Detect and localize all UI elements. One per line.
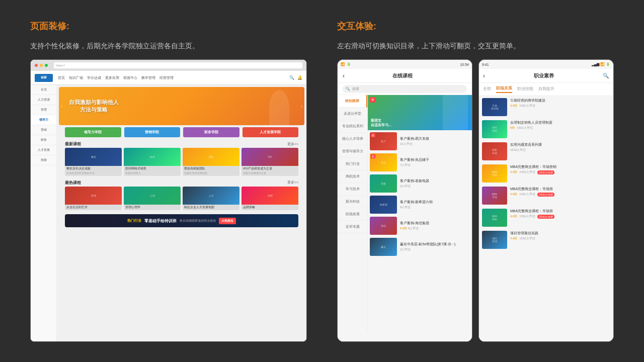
pl-thumb-5: 海信 <box>370 217 397 235</box>
pr-info-4: MBA完整商业课程：市场营销 4.8分 1532人学过 200积分免费 <box>510 164 610 174</box>
menu-profession[interactable]: 专业岗位系列 <box>338 120 367 133</box>
pl-course-row-1[interactable]: 新 客户 客户案例-易方东坡 10人学过 <box>370 132 470 150</box>
pl-course-row-4[interactable]: 新希望 客户案例-新希望六和 8人学过 <box>370 196 470 214</box>
pr-thumb-5: MBA市场 <box>482 187 507 205</box>
pl-title-5: 客户案例-海信集团 <box>400 221 470 225</box>
phone-left-search[interactable]: 🔍 搜索 <box>343 85 467 93</box>
bottom-banner-text: 零基础手绘特训班 <box>144 218 177 224</box>
pr-back-btn[interactable]: ‹ <box>483 72 485 79</box>
cat-talent[interactable]: 人才发展学院 <box>243 127 299 137</box>
pl-thumb-label-2: 新 <box>371 154 375 158</box>
pr-tab-self[interactable]: 自我提升 <box>538 86 554 93</box>
pl-students-6: 2人学过 <box>400 248 411 251</box>
pl-students-1: 10人学过 <box>400 142 413 145</box>
course-item-3[interactable]: 团队 塑造高绩效团队 实践性·联系实践经验 <box>183 148 239 175</box>
cat-marketing[interactable]: 营销学院 <box>124 127 181 137</box>
pr-course-row-3[interactable]: 销售实战 实用沟通英语系列课 1632人学过 <box>482 142 610 160</box>
hot-item-3[interactable]: 人才 制定企业人才发展地图 <box>183 187 239 211</box>
course-item-2[interactable]: 医药 医药网络式销售 实战式·联系人 <box>124 148 181 175</box>
menu-talent[interactable]: 核心人才培养 <box>338 133 367 145</box>
pl-title-4: 客户案例-新希望六和 <box>400 200 470 204</box>
pl-course-row-3[interactable]: 老板 客户案例-老板电器 9人学过 <box>370 174 470 193</box>
nav-item-ops[interactable]: 经营管理 <box>159 75 174 80</box>
pr-course-row-2[interactable]: PPT课程 合理制定销售人员管理制度 6分 1632人学过 <box>482 120 610 138</box>
pr-title-3: 实用沟通英语系列课 <box>510 142 610 147</box>
pr-course-row-7[interactable]: 项目管理 项目管理最佳实践 4.8分 1532人学过 <box>482 231 610 249</box>
bc-cat-finance[interactable]: 财务 <box>31 135 56 145</box>
hot-item-2[interactable]: 心理 管理心理学 <box>124 187 181 211</box>
bottom-banner-sub: 教你画哦嗯曹漫画商业插画 <box>180 219 216 223</box>
pl-img-5: 海信 <box>370 217 397 235</box>
latest-more-link[interactable]: 更多>> <box>287 142 298 147</box>
pr-tab-workplace[interactable]: 职场关系 <box>496 85 512 93</box>
browser-main-area: 自我激励与影响他人 方法与策略 ‹ › 领导力学院 营销学院 财务学院 <box>57 85 306 341</box>
nav-item-more[interactable]: 更多应用 <box>105 75 119 80</box>
pl-students-5: 6人学过 <box>408 227 419 230</box>
pr-course-row-6[interactable]: MBA课程 MBA完整商业课程：市场营 4.8分 1532人学过 200积分免费 <box>482 209 610 227</box>
banner-figure <box>269 90 289 125</box>
bell-icon[interactable]: 🔔 <box>297 75 302 80</box>
nav-item-knowledge[interactable]: 知识广场 <box>69 75 83 80</box>
nav-item-credit[interactable]: 学分达成 <box>87 75 101 80</box>
bottom-banner[interactable]: 热门行业 零基础手绘特训班 教你画哦嗯曹漫画商业插画 火热报名 <box>65 214 298 227</box>
hot-item-4[interactable]: 品牌 品牌策略 <box>242 187 298 211</box>
banner-prev[interactable]: ‹ <box>61 104 62 109</box>
pl-title-2: 客户案例-良品辅子 <box>400 157 470 162</box>
hot-thumb-4: 品牌 <box>242 187 298 205</box>
pl-thumb-4: 新希望 <box>370 196 397 214</box>
browser-url[interactable]: https:// <box>54 62 302 68</box>
hot-more-link[interactable]: 更多>> <box>287 180 298 185</box>
pr-search-icon[interactable]: 🔍 <box>602 72 609 79</box>
pl-course-row-2[interactable]: 新 良品 客户案例-良品辅子 7人学过 <box>370 153 470 171</box>
pr-img-4: MBA营销 <box>482 164 507 183</box>
pr-tab-skill[interactable]: 职业技能 <box>517 86 533 93</box>
phone-left-back[interactable]: ‹ <box>343 72 345 79</box>
cat-finance[interactable]: 财务学院 <box>183 127 239 137</box>
menu-featured[interactable]: 特别推荐 <box>338 95 367 108</box>
pr-course-row-5[interactable]: MBA市场 MBA完整商业课程：市场营 4.8分 1532人学过 200积分免费 <box>482 187 610 205</box>
phone-left-menu: 特别推荐 走进云学堂 专业岗位系列 核心人才培养 管理与领导力 热门行业 商机技… <box>338 95 368 332</box>
bc-cat-skill[interactable]: 技能 <box>31 155 56 165</box>
right-section-title: 交互体验: <box>337 20 614 32</box>
wifi-icon: 📶 <box>600 62 605 66</box>
menu-leadership[interactable]: 管理与领导力 <box>338 145 367 158</box>
search-icon[interactable]: 🔍 <box>289 75 294 80</box>
course-meta-1: 从业生活到艺术类技术·术 <box>66 171 120 175</box>
pr-thumb-6: MBA课程 <box>482 209 507 227</box>
hot-item-1[interactable]: 管理 从业生活到艺术 <box>65 187 122 211</box>
bc-cat-talent[interactable]: 人才发展 <box>31 145 56 155</box>
menu-emerging[interactable]: 新兴科技 <box>338 196 367 208</box>
menu-cloud[interactable]: 走进云学堂 <box>338 108 367 120</box>
pr-course-row-4[interactable]: MBA营销 MBA完整商业课程：市场营销 4.8分 1532人学过 200积分免… <box>482 164 610 183</box>
pl-course-row-5[interactable]: 海信 客户案例-海信集团 5.0分 6人学过 <box>370 217 470 235</box>
bc-cat-manage[interactable]: 管理 <box>31 105 56 115</box>
pl-course-row-6[interactable]: 赢在 赢在中高层-标5e带团队(第7课·共···) 2人学过 <box>370 238 470 256</box>
pr-course-row-1[interactable]: 引领商学院 引领经营的商学院建设 3.5分 1632人学过 <box>482 98 610 116</box>
bottom-banner-badge[interactable]: 火热报名 <box>219 218 236 224</box>
phone-right-content: ‹ 职业素养 🔍 全部 职场关系 职业技能 自我提升 引领商学院 <box>479 69 613 341</box>
latest-courses-title: 最新课程 <box>65 141 81 147</box>
pl-students-4: 8人学过 <box>400 206 411 209</box>
bc-cat-marketing[interactable]: 营销 <box>31 125 56 135</box>
nav-item-center[interactable]: 前面中心 <box>123 75 137 80</box>
menu-biz[interactable]: 商机技术 <box>338 170 367 183</box>
bc-cat-all[interactable]: 全员 <box>31 85 56 95</box>
course-item-1[interactable]: 餐饮 餐饮店长决定成败 从业生活到艺术类技术·术 <box>65 148 122 175</box>
phone-featured-banner[interactable]: 新 新团支 自适应学习... <box>368 95 472 130</box>
nav-item-teaching[interactable]: 教学管理 <box>141 75 155 80</box>
course-img-4: IPD <box>242 148 298 166</box>
course-item-4[interactable]: IPD IPD产品研发成为之道 实践式·实践成为之道 <box>242 148 298 175</box>
menu-topic[interactable]: 近邻专题 <box>338 221 367 233</box>
bc-cat-leadership[interactable]: 领导力 <box>31 115 56 125</box>
pr-tab-all[interactable]: 全部 <box>483 86 491 93</box>
hot-info-3: 制定企业人才发展地图 <box>183 205 239 211</box>
nav-item-home[interactable]: 首页 <box>58 75 65 80</box>
menu-career[interactable]: 职场发展 <box>338 208 367 221</box>
banner-next[interactable]: › <box>301 104 302 109</box>
pl-info-3: 客户案例-老板电器 9人学过 <box>400 178 470 189</box>
bc-cat-people[interactable]: 人力资源 <box>31 95 56 105</box>
cat-leadership[interactable]: 领导力学院 <box>65 127 121 137</box>
pl-title-1: 客户案例-易方东坡 <box>400 136 470 141</box>
menu-learning[interactable]: 学习技术 <box>338 183 367 196</box>
menu-industry[interactable]: 热门行业 <box>338 158 367 170</box>
